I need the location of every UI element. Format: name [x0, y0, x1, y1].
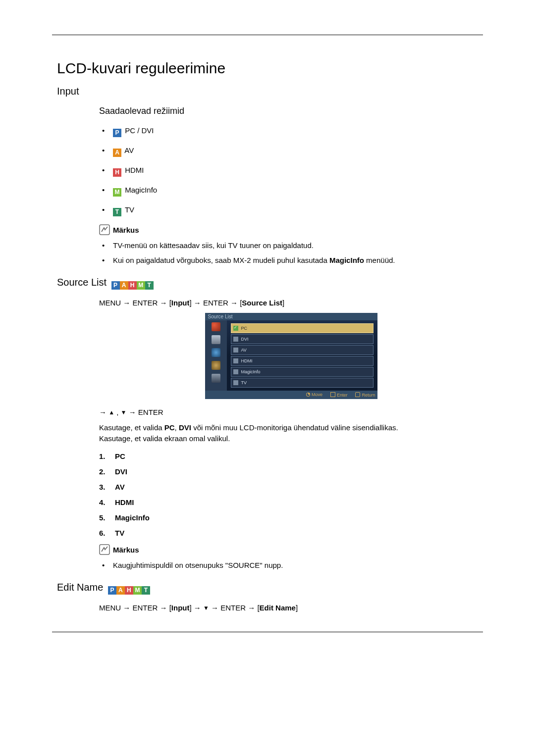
section-input-heading: Input: [57, 86, 483, 97]
note-item: TV-menüü on kättesaadav siis, kui TV tuu…: [99, 240, 483, 251]
osd-title: Source List: [205, 313, 377, 320]
section-sourcelist-heading: Source List PAHMT: [57, 277, 483, 290]
note-list: Kaugjuhtimispuldil on otsenupuks "SOURCE…: [99, 560, 483, 571]
osd-footer: Move Enter Return: [205, 391, 377, 399]
enter-icon: [330, 392, 335, 397]
osd-sidebar-icon: [212, 361, 220, 370]
osd-row: MagicInfo: [231, 367, 374, 377]
osd-sidebar: [205, 320, 227, 391]
badge-m-icon: M: [113, 188, 121, 197]
badge-h-icon: H: [128, 281, 137, 290]
menu-path: MENU → ENTER → [Input] → ▼ → ENTER → [Ed…: [99, 604, 483, 612]
check-icon: [233, 326, 238, 331]
osd-screenshot: Source List PC DVI AV HDMI MagicI: [99, 313, 483, 399]
description-para: Kasutage, et valida PC, DVI või mõni muu…: [99, 422, 483, 444]
osd-sidebar-icon: [212, 335, 220, 344]
osd-row: AV: [231, 345, 374, 355]
badge-t-icon: T: [145, 281, 154, 290]
mode-item: A AV: [99, 145, 483, 157]
box-icon: [233, 337, 238, 342]
note-label: Märkus: [113, 226, 139, 234]
top-rule: [52, 35, 483, 35]
modes-heading: Saadaolevad režiimid: [99, 106, 483, 116]
mode-item: M MagicInfo: [99, 185, 483, 197]
bottom-rule: [52, 632, 483, 632]
page-title: LCD-kuvari reguleerimine: [57, 60, 483, 77]
box-icon: [233, 358, 238, 363]
section-editname-heading: Edit Name PAHMT: [57, 582, 483, 595]
badge-m-icon: M: [137, 281, 145, 290]
return-icon: [355, 392, 360, 397]
triangle-down-icon: ▼: [203, 605, 209, 611]
move-icon: [306, 393, 310, 397]
badge-h-icon: H: [113, 168, 121, 177]
note-list: TV-menüü on kättesaadav siis, kui TV tuu…: [99, 240, 483, 266]
note-heading: Märkus: [99, 544, 483, 555]
mode-label: PC / DVI: [125, 126, 154, 135]
nav-line: → ▲ , ▼ → ENTER: [99, 408, 483, 416]
badge-a-icon: A: [120, 281, 128, 290]
note-icon: [99, 544, 110, 555]
badge-t-icon: T: [113, 208, 121, 216]
mode-item: T TV: [99, 204, 483, 216]
list-item: MagicInfo: [99, 513, 483, 522]
osd-row: HDMI: [231, 356, 374, 366]
badge-m-icon: M: [133, 586, 142, 595]
source-ordered-list: PC DVI AV HDMI MagicInfo TV: [99, 452, 483, 537]
modes-list: P PC / DVI A AV H HDMI M MagicInfo T TV: [99, 125, 483, 216]
badge-p-icon: P: [108, 586, 116, 595]
list-item: TV: [99, 529, 483, 537]
osd-sidebar-icon: [212, 322, 220, 331]
osd-list: PC DVI AV HDMI MagicInfo TV: [227, 320, 377, 391]
mode-item: P PC / DVI: [99, 125, 483, 137]
osd-row: TV: [231, 378, 374, 388]
badge-group: PAHMT: [108, 582, 150, 595]
list-item: AV: [99, 483, 483, 491]
badge-a-icon: A: [116, 586, 125, 595]
osd-row-selected: PC: [231, 323, 374, 333]
note-item: Kui on paigaldatud võrguboks, saab MX-2 …: [99, 255, 483, 266]
box-icon: [233, 348, 238, 353]
note-label: Märkus: [113, 546, 139, 554]
osd-row: DVI: [231, 334, 374, 344]
note-icon: [99, 224, 110, 235]
osd-sidebar-icon: [212, 348, 220, 357]
badge-p-icon: P: [113, 129, 121, 137]
badge-t-icon: T: [142, 586, 150, 595]
mode-label: HDMI: [125, 166, 144, 174]
page: LCD-kuvari reguleerimine Input Saadaolev…: [0, 0, 535, 756]
mode-label: TV: [125, 205, 134, 214]
badge-group: PAHMT: [111, 277, 154, 290]
box-icon: [233, 380, 238, 385]
list-item: PC: [99, 452, 483, 460]
badge-h-icon: H: [125, 586, 133, 595]
triangle-up-icon: ▲: [108, 409, 114, 416]
note-item: Kaugjuhtimispuldil on otsenupuks "SOURCE…: [99, 560, 483, 571]
mode-item: H HDMI: [99, 165, 483, 177]
mode-label: MagicInfo: [125, 186, 157, 194]
menu-path: MENU → ENTER → [Input] → ENTER → [Source…: [99, 299, 483, 307]
osd-sidebar-icon: [212, 374, 220, 383]
badge-a-icon: A: [113, 149, 121, 157]
box-icon: [233, 369, 238, 374]
list-item: HDMI: [99, 498, 483, 506]
badge-p-icon: P: [111, 281, 120, 290]
note-heading: Märkus: [99, 224, 483, 235]
list-item: DVI: [99, 467, 483, 476]
triangle-down-icon: ▼: [121, 409, 127, 416]
mode-label: AV: [124, 146, 134, 154]
